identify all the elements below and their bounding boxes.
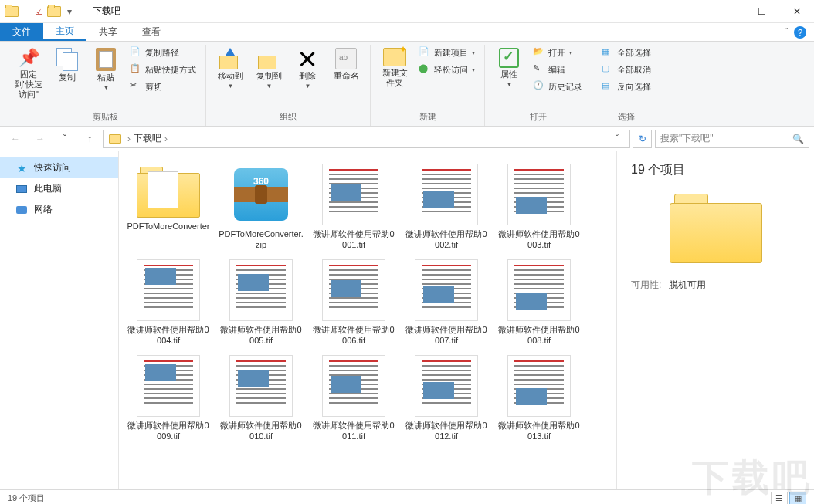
chevron-down-icon: ▼ (305, 83, 311, 90)
file-item[interactable]: 微讲师软件使用帮助0005.tif (215, 255, 307, 350)
tab-file[interactable]: 文件 (0, 23, 43, 41)
tif-thumbnail (415, 164, 478, 225)
shortcut-icon: 📋 (130, 63, 142, 76)
file-item[interactable]: 微讲师软件使用帮助0007.tif (400, 255, 493, 350)
file-name: 微讲师软件使用帮助0001.tif (311, 228, 396, 250)
file-item[interactable]: 微讲师软件使用帮助0013.tif (493, 350, 585, 446)
main-area: ★ 快速访问 此电脑 网络 PDFToMoreConverter360ZIPPD… (0, 151, 814, 489)
view-details-button[interactable]: ☰ (771, 492, 788, 505)
sidebar-item-network[interactable]: 网络 (0, 199, 118, 220)
view-icons-button[interactable]: ▦ (789, 492, 806, 505)
copy-to-button[interactable]: 复制到 ▼ (251, 45, 287, 93)
file-item[interactable]: 微讲师软件使用帮助0008.tif (493, 255, 585, 350)
history-icon: 🕐 (533, 80, 545, 93)
ribbon: 📌 固定到"快速访问" 复制 粘贴 ▼ 📄复制路径 📋粘贴快捷方式 ✂剪切 剪贴… (0, 42, 814, 127)
file-item[interactable]: 微讲师软件使用帮助0010.tif (215, 350, 307, 446)
new-folder-button[interactable]: 新建文件夹 (377, 45, 412, 91)
sidebar-item-thispc[interactable]: 此电脑 (0, 178, 118, 199)
address-dropdown-icon[interactable]: ˇ (609, 134, 625, 144)
file-item[interactable]: PDFToMoreConverter (122, 159, 215, 255)
file-item[interactable]: 微讲师软件使用帮助0003.tif (493, 159, 585, 255)
ribbon-collapse-icon[interactable]: ˇ (785, 27, 788, 38)
group-label: 选择 (618, 110, 635, 126)
ribbon-group-select: ▦全部选择 ▢全部取消 ▤反向选择 选择 (592, 45, 660, 126)
forward-button[interactable]: → (29, 129, 51, 149)
delete-button[interactable]: 删除 ▼ (290, 45, 325, 93)
chevron-down-icon: ▼ (507, 81, 513, 88)
pin-quickaccess-button[interactable]: 📌 固定到"快速访问" (11, 45, 46, 103)
ribbon-group-clipboard: 📌 固定到"快速访问" 复制 粘贴 ▼ 📄复制路径 📋粘贴快捷方式 ✂剪切 剪贴… (5, 45, 206, 126)
details-pane: 19 个项目 可用性: 脱机可用 (616, 151, 814, 489)
file-name: 微讲师软件使用帮助0012.tif (404, 420, 489, 441)
delete-icon (297, 48, 318, 69)
close-button[interactable]: ✕ (779, 0, 814, 23)
help-icon[interactable]: ? (794, 26, 806, 39)
move-to-button[interactable]: 移动到 ▼ (212, 45, 248, 93)
recent-locations-button[interactable]: ˇ (54, 129, 76, 149)
tif-thumbnail (507, 164, 571, 225)
select-none-icon: ▢ (602, 63, 614, 76)
tif-thumbnail (322, 164, 385, 225)
file-name: 微讲师软件使用帮助0007.tif (404, 324, 489, 346)
paste-button[interactable]: 粘贴 ▼ (88, 45, 124, 94)
pc-icon (15, 183, 28, 195)
minimize-button[interactable]: — (710, 0, 744, 23)
folder-icon (47, 5, 61, 19)
file-item[interactable]: 微讲师软件使用帮助0004.tif (122, 255, 215, 350)
chevron-down-icon: ▼ (103, 84, 110, 91)
file-item[interactable]: 微讲师软件使用帮助0011.tif (307, 350, 400, 446)
paste-shortcut-button[interactable]: 📋粘贴快捷方式 (127, 62, 199, 77)
select-all-button[interactable]: ▦全部选择 (599, 45, 654, 60)
select-none-button[interactable]: ▢全部取消 (599, 62, 654, 77)
address-bar[interactable]: › 下载吧 › ˇ (103, 130, 630, 148)
file-item[interactable]: 微讲师软件使用帮助0012.tif (400, 350, 493, 446)
file-item[interactable]: 微讲师软件使用帮助0006.tif (307, 255, 400, 350)
file-list[interactable]: PDFToMoreConverter360ZIPPDFToMoreConvert… (119, 151, 616, 489)
tab-view[interactable]: 查看 (130, 23, 173, 41)
search-input[interactable]: 搜索"下载吧" 🔍 (655, 130, 809, 148)
cut-button[interactable]: ✂剪切 (127, 79, 199, 94)
invert-selection-button[interactable]: ▤反向选择 (599, 79, 654, 94)
new-item-button[interactable]: 📄新建项目▾ (415, 45, 478, 60)
window-title: 下载吧 (93, 5, 120, 18)
up-button[interactable]: ↑ (79, 129, 100, 149)
group-label: 新建 (419, 110, 436, 126)
network-icon (15, 204, 28, 216)
sidebar-item-quickaccess[interactable]: ★ 快速访问 (0, 157, 118, 178)
edit-button[interactable]: ✎编辑 (530, 62, 585, 77)
easy-access-button[interactable]: ⬤轻松访问▾ (415, 62, 478, 77)
zip-icon: 360ZIP (229, 164, 293, 225)
open-button[interactable]: 📂打开▾ (530, 45, 585, 60)
breadcrumb-seg[interactable]: 下载吧 (134, 132, 161, 145)
maximize-button[interactable]: ☐ (744, 0, 779, 23)
pin-icon: 📌 (19, 48, 39, 68)
copyto-icon (258, 48, 280, 69)
chevron-down-icon: ▼ (228, 83, 234, 90)
file-item[interactable]: 微讲师软件使用帮助0009.tif (122, 350, 215, 446)
ribbon-group-open: 属性 ▼ 📂打开▾ ✎编辑 🕐历史记录 打开 (485, 45, 592, 126)
properties-icon (499, 48, 519, 68)
copy-button[interactable]: 复制 (49, 45, 85, 86)
tif-thumbnail (415, 355, 478, 417)
file-name: 微讲师软件使用帮助0004.tif (126, 324, 211, 346)
qat-dropdown-icon[interactable]: ▾ (63, 5, 76, 19)
back-button[interactable]: ← (5, 129, 26, 149)
copy-path-button[interactable]: 📄复制路径 (127, 45, 199, 60)
copy-icon (56, 48, 78, 71)
titlebar: ☑ ▾ 下载吧 — ☐ ✕ (0, 0, 814, 23)
group-label: 剪贴板 (93, 110, 118, 126)
file-name: PDFToMoreConverter.zip (219, 228, 304, 250)
tab-home[interactable]: 主页 (43, 23, 86, 41)
file-item[interactable]: 360ZIPPDFToMoreConverter.zip (215, 159, 307, 255)
file-item[interactable]: 微讲师软件使用帮助0002.tif (400, 159, 493, 255)
refresh-button[interactable]: ↻ (633, 130, 652, 148)
qat-checkbox-icon[interactable]: ☑ (32, 5, 46, 19)
history-button[interactable]: 🕐历史记录 (530, 79, 585, 94)
file-item[interactable]: 微讲师软件使用帮助0001.tif (307, 159, 400, 255)
ribbon-group-organize: 移动到 ▼ 复制到 ▼ 删除 ▼ 重命名 组织 (206, 45, 371, 126)
tab-share[interactable]: 共享 (86, 23, 130, 41)
invert-icon: ▤ (602, 80, 614, 93)
properties-button[interactable]: 属性 ▼ (491, 45, 527, 91)
rename-button[interactable]: 重命名 (328, 45, 364, 84)
tif-thumbnail (507, 355, 571, 417)
